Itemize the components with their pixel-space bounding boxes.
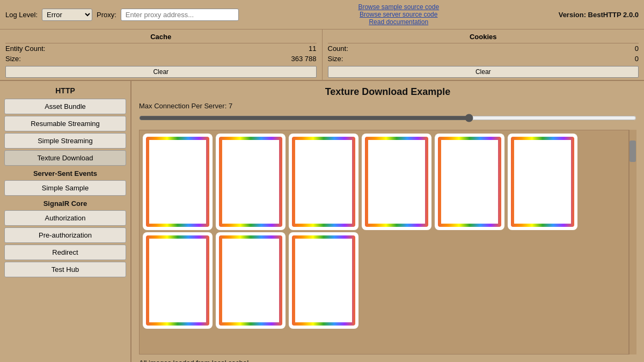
- slider-container: [139, 113, 636, 124]
- sidebar-item-pre-authorization[interactable]: Pre-authorization: [4, 227, 126, 243]
- content-title: Texture Download Example: [139, 86, 636, 98]
- cache-clear-button[interactable]: Clear: [5, 66, 317, 78]
- connection-slider[interactable]: [139, 113, 636, 123]
- cache-cookies-section: Cache Entity Count: 11 Size: 363 788 Cle…: [0, 29, 644, 81]
- card-2: 2 two: [216, 134, 286, 230]
- sidebar-item-test-hub[interactable]: Test Hub: [4, 262, 126, 277]
- sidebar-item-simple-streaming[interactable]: Simple Streaming: [4, 133, 126, 149]
- log-level-select[interactable]: Error Warning Info Debug: [42, 9, 92, 21]
- cookies-size-value: 0: [635, 55, 639, 63]
- cards-area: 1 one 2 two 3 three 4: [139, 130, 629, 354]
- cache-entity-row: Entity Count: 11: [5, 43, 317, 54]
- version-label: Version: BestHTTP 2.0.0: [559, 11, 639, 19]
- sidebar-http-title: HTTP: [4, 84, 126, 97]
- status-text: All images loaded from local cache!: [139, 358, 636, 362]
- card-8: 8: [216, 232, 286, 329]
- card-5: 5 five: [435, 134, 504, 230]
- cards-row-2: 7 8 9: [143, 232, 625, 329]
- cookies-title: Cookies: [328, 32, 639, 43]
- sidebar-item-simple-sample[interactable]: Simple Sample: [4, 180, 126, 196]
- cache-panel: Cache Entity Count: 11 Size: 363 788 Cle…: [0, 29, 323, 80]
- cards-row-1: 1 one 2 two 3 three 4: [143, 134, 625, 230]
- sidebar-item-resumable-streaming[interactable]: Resumable Streaming: [4, 116, 126, 131]
- sidebar-signalr-title: SignalR Core: [4, 197, 126, 209]
- log-level-label: Log Level:: [5, 11, 38, 19]
- browse-server-link[interactable]: Browse server source code: [244, 11, 553, 18]
- sidebar-item-texture-download[interactable]: Texture Download: [4, 150, 126, 166]
- cookies-clear-button[interactable]: Clear: [328, 66, 639, 78]
- read-docs-link[interactable]: Read documentation: [244, 18, 553, 26]
- card-1: 1 one: [143, 134, 213, 230]
- cookies-size-label: Size:: [328, 55, 343, 63]
- cache-size-row: Size: 363 788: [5, 54, 317, 64]
- cookies-panel: Cookies Count: 0 Size: 0 Clear: [323, 29, 645, 80]
- cards-outer: 1 one 2 two 3 three 4: [139, 130, 636, 354]
- cookies-count-label: Count:: [328, 45, 348, 53]
- cookies-count-value: 0: [635, 45, 639, 53]
- cache-entity-value: 11: [309, 45, 316, 53]
- cookies-count-row: Count: 0: [328, 43, 639, 54]
- top-bar-left: Log Level: Error Warning Info Debug Prox…: [5, 9, 239, 21]
- card-9: 9: [289, 232, 358, 329]
- scrollbar-thumb[interactable]: [630, 141, 636, 162]
- proxy-label: Proxy:: [97, 11, 116, 19]
- proxy-input[interactable]: [121, 9, 239, 21]
- card-3: 3 three: [289, 134, 358, 230]
- max-conn-label: Max Connection Per Server: 7: [139, 102, 636, 110]
- cache-title: Cache: [5, 32, 317, 43]
- sidebar-item-asset-bundle[interactable]: Asset Bundle: [4, 99, 126, 114]
- sidebar-item-authorization[interactable]: Authorization: [4, 210, 126, 226]
- card-4: 4 four: [362, 134, 431, 230]
- top-bar-center: Browse sample source code Browse server …: [244, 3, 553, 26]
- content-area: Texture Download Example Max Connection …: [131, 81, 644, 362]
- card-6: 6 six: [508, 134, 577, 230]
- browse-sample-link[interactable]: Browse sample source code: [244, 3, 553, 11]
- content-scrollbar[interactable]: [629, 130, 636, 354]
- sidebar: HTTP Asset Bundle Resumable Streaming Si…: [0, 81, 131, 362]
- sidebar-item-redirect[interactable]: Redirect: [4, 245, 126, 260]
- main-area: HTTP Asset Bundle Resumable Streaming Si…: [0, 81, 644, 362]
- card-7: 7: [143, 232, 213, 329]
- cache-size-label: Size:: [5, 55, 21, 63]
- sidebar-sse-title: Server-Sent Events: [4, 167, 126, 179]
- cookies-size-row: Size: 0: [328, 54, 639, 64]
- top-bar: Log Level: Error Warning Info Debug Prox…: [0, 0, 644, 29]
- cache-size-value: 363 788: [291, 55, 317, 63]
- cache-entity-label: Entity Count:: [5, 45, 45, 53]
